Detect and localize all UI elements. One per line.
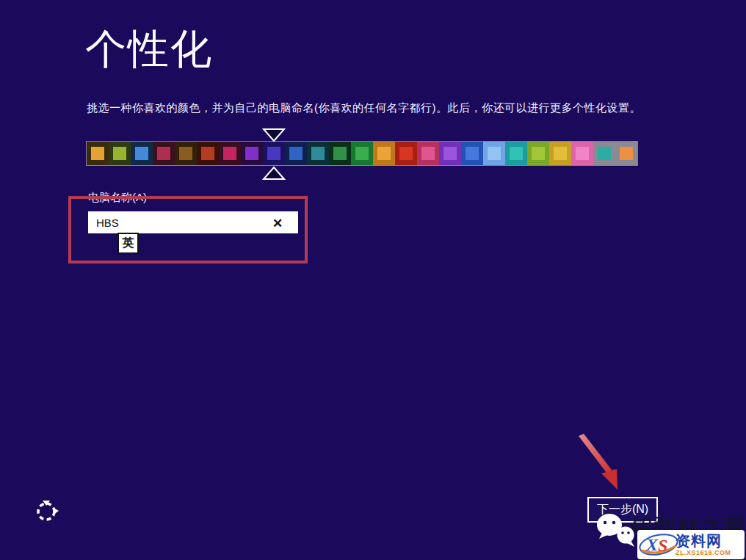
color-tile-magenta[interactable] xyxy=(219,142,241,165)
color-selection-marker-bottom[interactable] xyxy=(262,166,286,181)
color-swatch xyxy=(245,147,258,160)
ease-of-access-icon xyxy=(32,516,62,527)
color-tile-violet[interactable] xyxy=(241,142,263,165)
color-swatch xyxy=(620,147,633,160)
page-subtitle: 挑选一种你喜欢的颜色，并为自己的电脑命名(你喜欢的任何名字都行)。此后，你还可以… xyxy=(87,101,659,115)
ease-of-access-button[interactable] xyxy=(32,495,62,525)
page-title: 个性化 xyxy=(85,22,213,78)
color-tile-green[interactable] xyxy=(351,142,373,165)
color-swatch xyxy=(355,147,369,160)
color-tile-blue-3[interactable] xyxy=(461,142,483,165)
color-swatch xyxy=(91,147,104,160)
color-tile-red-orange[interactable] xyxy=(197,142,219,165)
color-tile-lime[interactable] xyxy=(109,142,131,165)
color-tile-pink[interactable] xyxy=(571,142,593,165)
color-swatch xyxy=(399,147,413,160)
color-swatch xyxy=(311,147,325,160)
color-swatch xyxy=(443,147,457,160)
color-swatch xyxy=(333,147,347,160)
color-swatch xyxy=(267,147,280,160)
color-tile-crimson[interactable] xyxy=(153,142,175,165)
tutorial-highlight-box xyxy=(68,196,308,263)
color-tile-gold[interactable] xyxy=(87,142,109,165)
color-swatch xyxy=(576,147,589,160)
color-tile-light-blue[interactable] xyxy=(483,142,505,165)
color-tile-dark-green[interactable] xyxy=(329,142,351,165)
tutorial-pointer-arrow xyxy=(571,432,637,498)
color-tile-brown[interactable] xyxy=(175,142,197,165)
color-tile-purple[interactable] xyxy=(439,142,461,165)
color-tile-teal[interactable] xyxy=(307,142,329,165)
color-swatch xyxy=(377,147,391,160)
color-tile-lime-2[interactable] xyxy=(527,142,549,165)
color-tile-orange-2[interactable] xyxy=(615,142,637,165)
color-tile-blue[interactable] xyxy=(131,142,153,165)
color-swatch xyxy=(289,147,303,160)
color-tile-indigo[interactable] xyxy=(263,142,285,165)
svg-text:X: X xyxy=(645,535,659,554)
color-swatch xyxy=(598,147,611,160)
color-swatch xyxy=(466,147,479,160)
color-tile-pink-magenta[interactable] xyxy=(417,142,439,165)
color-tile-red[interactable] xyxy=(395,142,417,165)
color-swatch xyxy=(223,147,236,160)
color-selection-marker-top[interactable] xyxy=(262,128,286,142)
color-swatch xyxy=(532,147,545,160)
color-swatch xyxy=(554,147,567,160)
svg-text:S: S xyxy=(658,536,667,555)
color-swatch xyxy=(157,147,170,160)
color-swatch xyxy=(179,147,192,160)
color-swatch xyxy=(201,147,214,160)
color-swatch xyxy=(113,147,126,160)
color-tile-blue-2[interactable] xyxy=(285,142,307,165)
color-picker-strip[interactable] xyxy=(87,142,637,165)
logo-site-name: 资料网 xyxy=(676,534,722,548)
color-tile-teal-2[interactable] xyxy=(593,142,615,165)
color-tile-gold-2[interactable] xyxy=(549,142,571,165)
color-swatch xyxy=(488,147,501,160)
color-tile-cyan-teal[interactable] xyxy=(505,142,527,165)
color-tile-orange[interactable] xyxy=(373,142,395,165)
next-button[interactable]: 下一步(N) xyxy=(587,497,658,523)
logo-site-url: ZL.XS1616.COM xyxy=(676,550,731,556)
color-swatch xyxy=(510,147,523,160)
xs-logo-icon: X S xyxy=(637,530,680,559)
color-swatch xyxy=(135,147,148,160)
site-logo: X S 资料网 ZL.XS1616.COM xyxy=(637,530,745,559)
color-swatch xyxy=(421,147,435,160)
